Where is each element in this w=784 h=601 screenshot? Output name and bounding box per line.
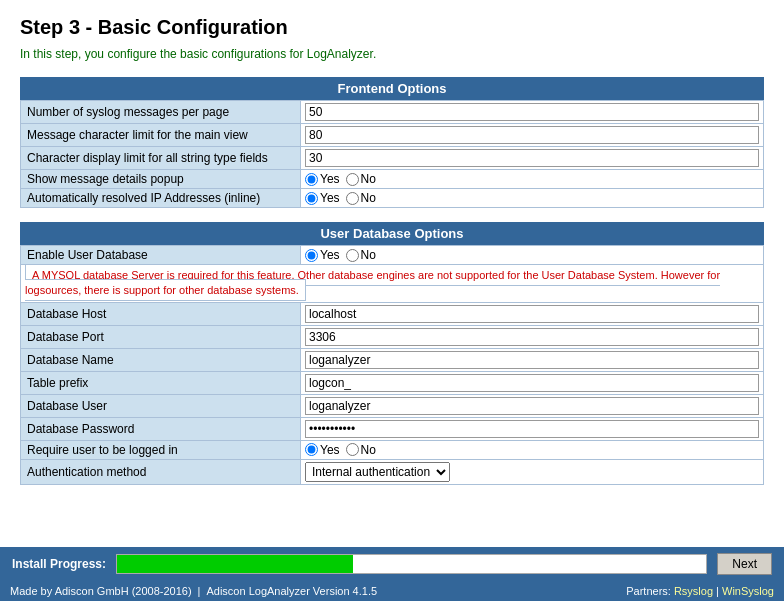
input-syslog-per-page[interactable] — [305, 103, 759, 121]
radio-no-input2[interactable] — [346, 192, 359, 205]
frontend-options-table: Number of syslog messages per page Messa… — [20, 100, 764, 208]
progress-bar-outer — [116, 554, 707, 574]
table-row: Authentication method Internal authentic… — [21, 459, 764, 484]
label-require-logged-in: Require user to be logged in — [21, 440, 301, 459]
radio-no-label[interactable]: No — [346, 172, 376, 186]
input-db-password[interactable] — [305, 420, 759, 438]
label-show-details: Show message details popup — [21, 170, 301, 189]
main-content: Step 3 - Basic Configuration In this ste… — [0, 0, 784, 547]
table-row: Character display limit for all string t… — [21, 147, 764, 170]
frontend-options-header: Frontend Options — [20, 77, 764, 100]
table-row: Database Port — [21, 325, 764, 348]
table-row: Database Password — [21, 417, 764, 440]
table-row: Database Name — [21, 348, 764, 371]
radio-enable-user-db: Yes No — [305, 248, 759, 262]
radio-no-label4[interactable]: No — [346, 443, 376, 457]
input-db-user[interactable] — [305, 397, 759, 415]
footer-bar: Made by Adiscon GmbH (2008-2016) | Adisc… — [0, 581, 784, 601]
label-char-display: Character display limit for all string t… — [21, 147, 301, 170]
radio-yes-label3[interactable]: Yes — [305, 248, 340, 262]
table-row: Table prefix — [21, 371, 764, 394]
radio-yes-label2[interactable]: Yes — [305, 191, 340, 205]
label-db-name: Database Name — [21, 348, 301, 371]
radio-no-label3[interactable]: No — [346, 248, 376, 262]
user-db-options-section: User Database Options Enable User Databa… — [20, 222, 764, 485]
label-db-password: Database Password — [21, 417, 301, 440]
label-db-host: Database Host — [21, 302, 301, 325]
radio-yes-input[interactable] — [305, 173, 318, 186]
label-enable-user-db: Enable User Database — [21, 246, 301, 265]
table-row: Database User — [21, 394, 764, 417]
partners-label: Partners: — [626, 585, 671, 597]
label-resolved-ip: Automatically resolved IP Addresses (inl… — [21, 189, 301, 208]
radio-yes-input2[interactable] — [305, 192, 318, 205]
table-row-warning: A MYSQL database Server is required for … — [21, 265, 764, 303]
table-row: Database Host — [21, 302, 764, 325]
input-db-name[interactable] — [305, 351, 759, 369]
input-db-host[interactable] — [305, 305, 759, 323]
input-db-port[interactable] — [305, 328, 759, 346]
label-char-limit-main: Message character limit for the main vie… — [21, 124, 301, 147]
label-syslog-per-page: Number of syslog messages per page — [21, 101, 301, 124]
radio-yes-input4[interactable] — [305, 443, 318, 456]
radio-no-input3[interactable] — [346, 249, 359, 262]
input-char-limit-main[interactable] — [305, 126, 759, 144]
radio-yes-label4[interactable]: Yes — [305, 443, 340, 457]
footer-separator: | — [198, 585, 201, 597]
table-row: Enable User Database Yes No — [21, 246, 764, 265]
progress-bar-inner — [117, 555, 353, 573]
table-row: Require user to be logged in Yes No — [21, 440, 764, 459]
radio-yes-label[interactable]: Yes — [305, 172, 340, 186]
table-row: Automatically resolved IP Addresses (inl… — [21, 189, 764, 208]
label-auth-method: Authentication method — [21, 459, 301, 484]
input-char-display[interactable] — [305, 149, 759, 167]
radio-no-input4[interactable] — [346, 443, 359, 456]
partner-winsyslog[interactable]: WinSyslog — [722, 585, 774, 597]
input-table-prefix[interactable] — [305, 374, 759, 392]
user-db-options-header: User Database Options — [20, 222, 764, 245]
table-row: Message character limit for the main vie… — [21, 124, 764, 147]
footer-made-by: Made by Adiscon GmbH (2008-2016) — [10, 585, 192, 597]
page-title: Step 3 - Basic Configuration — [20, 16, 764, 39]
radio-no-input[interactable] — [346, 173, 359, 186]
table-row: Show message details popup Yes No — [21, 170, 764, 189]
user-db-options-table: Enable User Database Yes No A MYSQL data… — [20, 245, 764, 485]
radio-require-login: Yes No — [305, 443, 759, 457]
footer-partners: Partners: Rsyslog | WinSyslog — [626, 585, 774, 597]
partner-rsyslog[interactable]: Rsyslog — [674, 585, 713, 597]
label-db-port: Database Port — [21, 325, 301, 348]
table-row: Number of syslog messages per page — [21, 101, 764, 124]
page-intro: In this step, you configure the basic co… — [20, 47, 764, 61]
frontend-options-section: Frontend Options Number of syslog messag… — [20, 77, 764, 208]
bottom-bar: Install Progress: Next — [0, 547, 784, 581]
auth-method-select[interactable]: Internal authentication LDAP authenticat… — [305, 462, 450, 482]
radio-show-details: Yes No — [305, 172, 759, 186]
label-db-user: Database User — [21, 394, 301, 417]
warning-text: A MYSQL database Server is required for … — [25, 264, 720, 301]
install-progress-label: Install Progress: — [12, 557, 106, 571]
radio-no-label2[interactable]: No — [346, 191, 376, 205]
label-table-prefix: Table prefix — [21, 371, 301, 394]
radio-resolved-ip: Yes No — [305, 191, 759, 205]
footer-version: Adiscon LogAnalyzer Version 4.1.5 — [206, 585, 377, 597]
next-button[interactable]: Next — [717, 553, 772, 575]
radio-yes-input3[interactable] — [305, 249, 318, 262]
